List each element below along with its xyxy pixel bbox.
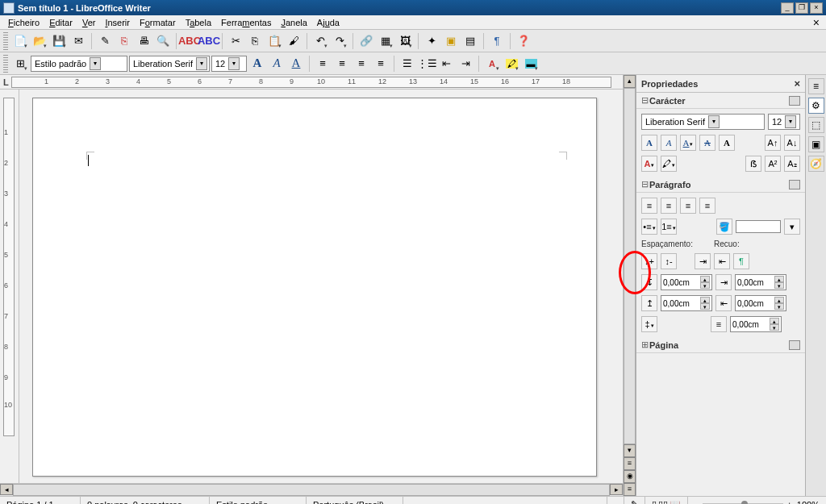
- space-above-spin[interactable]: 0,00cm▴▾: [661, 274, 712, 290]
- scroll-right-button[interactable]: ▸: [610, 484, 623, 495]
- menu-formatar[interactable]: Formatar: [135, 17, 181, 28]
- open-button[interactable]: 📂: [31, 32, 48, 50]
- section-more-button[interactable]: [789, 340, 800, 350]
- cut-button[interactable]: ✂: [227, 32, 244, 50]
- navigator-button[interactable]: ✦: [423, 32, 440, 50]
- menu-tabela[interactable]: Tabela: [181, 17, 216, 28]
- bullets-button[interactable]: ⋮☰: [418, 55, 436, 73]
- chevron-down-icon[interactable]: ▾: [785, 115, 796, 128]
- page-scroll[interactable]: 12 34 56 78 910: [0, 90, 623, 483]
- sidebar-close-icon[interactable]: ×: [794, 77, 800, 90]
- sidebar-fontsize-combo[interactable]: 12 ▾: [768, 114, 800, 130]
- nav-button[interactable]: ◉: [624, 470, 636, 483]
- image-button[interactable]: 🖼: [396, 32, 414, 50]
- para-style-combo[interactable]: Estilo padrão ▾: [31, 56, 127, 72]
- toolbar-grip[interactable]: [3, 55, 8, 73]
- sb-spacing-inc[interactable]: ↕+: [641, 253, 657, 269]
- sidebar-font-combo[interactable]: Liberation Serif ▾: [641, 114, 765, 130]
- status-insert[interactable]: [403, 497, 607, 504]
- sb-highlight-button[interactable]: 🖍: [661, 156, 677, 172]
- status-selection[interactable]: ▫: [607, 497, 624, 504]
- sb-sub-button[interactable]: A₂: [784, 156, 800, 172]
- decrease-indent-button[interactable]: ⇤: [437, 55, 455, 73]
- align-justify-button[interactable]: ≡: [372, 55, 390, 73]
- indent-after-spin[interactable]: 0,00cm▴▾: [735, 295, 786, 311]
- collapse-icon[interactable]: ⊟: [641, 95, 649, 106]
- vertical-ruler[interactable]: [3, 98, 15, 436]
- datasources-button[interactable]: ▤: [461, 32, 479, 50]
- chevron-down-icon[interactable]: ▾: [228, 57, 240, 70]
- menu-editar[interactable]: Editar: [44, 17, 77, 28]
- hyperlink-button[interactable]: 🔗: [357, 32, 375, 50]
- close-button[interactable]: ×: [810, 2, 823, 14]
- sb-shadow-button[interactable]: A: [719, 135, 735, 151]
- copy-button[interactable]: ⎘: [246, 32, 264, 50]
- sb-indent-inc[interactable]: ⇥: [695, 253, 711, 269]
- print-button[interactable]: 🖶: [135, 32, 152, 50]
- sb-grow-button[interactable]: A↑: [765, 135, 781, 151]
- sb-hanging[interactable]: ¶: [733, 253, 749, 269]
- status-page[interactable]: Página 1 / 1: [0, 497, 81, 504]
- styles-button[interactable]: ⊞: [11, 55, 29, 73]
- status-lang[interactable]: Português (Brasil): [307, 497, 403, 504]
- sb-bullets-button[interactable]: •≡: [641, 219, 657, 235]
- chevron-down-icon[interactable]: ▾: [90, 57, 101, 70]
- italic-button[interactable]: A: [268, 55, 286, 73]
- sb-tab-properties[interactable]: ⚙: [808, 98, 824, 114]
- new-button[interactable]: 📄: [11, 32, 29, 50]
- help-button[interactable]: ❓: [515, 32, 532, 50]
- sb-bgcolor-button[interactable]: 🪣: [716, 219, 732, 235]
- firstline-spin[interactable]: 0,00cm▴▾: [730, 316, 782, 332]
- scroll-left-button[interactable]: ◂: [0, 484, 13, 495]
- horizontal-scrollbar[interactable]: ◂ ▸: [0, 483, 623, 496]
- toolbar-grip[interactable]: [3, 32, 8, 50]
- highlight-button[interactable]: 🖍: [503, 55, 520, 73]
- section-more-button[interactable]: [789, 180, 800, 190]
- autospell-button[interactable]: ABC: [200, 32, 218, 50]
- menu-ferramentas[interactable]: Ferramentas: [216, 17, 276, 28]
- sb-align-center[interactable]: ≡: [661, 198, 677, 214]
- nonprinting-button[interactable]: ¶: [488, 32, 506, 50]
- sb-bgcolor-dd[interactable]: ▾: [784, 219, 800, 235]
- prev-page-button[interactable]: ≡: [624, 457, 636, 470]
- save-button[interactable]: 💾: [50, 32, 68, 50]
- font-color-button[interactable]: A: [483, 55, 501, 73]
- gallery-button[interactable]: ▣: [442, 32, 460, 50]
- edit-file-button[interactable]: ✎: [96, 32, 114, 50]
- minimize-button[interactable]: _: [781, 2, 794, 14]
- sb-tab-gallery[interactable]: ▣: [808, 136, 824, 152]
- align-right-button[interactable]: ≡: [353, 55, 370, 73]
- sb-underline-button[interactable]: A: [680, 135, 696, 151]
- align-center-button[interactable]: ≡: [333, 55, 351, 73]
- menu-ajuda[interactable]: Ajuda: [312, 17, 344, 28]
- font-size-combo[interactable]: 12 ▾: [211, 56, 247, 72]
- sb-align-justify[interactable]: ≡: [699, 198, 715, 214]
- spellcheck-button[interactable]: ABC: [181, 32, 198, 50]
- section-more-button[interactable]: [789, 96, 800, 106]
- email-button[interactable]: ✉: [69, 32, 87, 50]
- sb-numbering-button[interactable]: 1≡: [661, 219, 677, 235]
- sb-shrink-button[interactable]: A↓: [784, 135, 800, 151]
- vertical-scrollbar[interactable]: ▴ ▾ ≡ ◉ ≡: [623, 75, 636, 496]
- paste-button[interactable]: 📋: [265, 32, 283, 50]
- bg-color-button[interactable]: ▬: [522, 55, 540, 73]
- sb-linespacing-button[interactable]: ‡: [641, 316, 657, 332]
- status-style[interactable]: Estilo padrão: [210, 497, 307, 504]
- underline-button[interactable]: A: [287, 55, 305, 73]
- sb-indent-dec[interactable]: ⇤: [714, 253, 730, 269]
- zoom-in-button[interactable]: +: [786, 500, 791, 505]
- tab-stop-icon[interactable]: L: [0, 77, 11, 87]
- sb-super-button[interactable]: A²: [765, 156, 781, 172]
- menu-janela[interactable]: Janela: [276, 17, 311, 28]
- sb-spacing-dec[interactable]: ↕-: [661, 253, 677, 269]
- align-left-button[interactable]: ≡: [314, 55, 332, 73]
- horizontal-ruler[interactable]: L 12 34 56 78 910 1112 1314 1516 1718: [0, 75, 623, 90]
- increase-indent-button[interactable]: ⇥: [457, 55, 474, 73]
- menu-ficheiro[interactable]: Ficheiro: [3, 17, 44, 28]
- menu-inserir[interactable]: Inserir: [100, 17, 135, 28]
- sb-strike-button[interactable]: A: [699, 135, 715, 151]
- sb-charspacing-button[interactable]: ẞ: [745, 156, 761, 172]
- sb-align-right[interactable]: ≡: [680, 198, 696, 214]
- scroll-up-button[interactable]: ▴: [624, 75, 636, 88]
- status-words[interactable]: 0 palavras, 0 caracteres: [81, 497, 210, 504]
